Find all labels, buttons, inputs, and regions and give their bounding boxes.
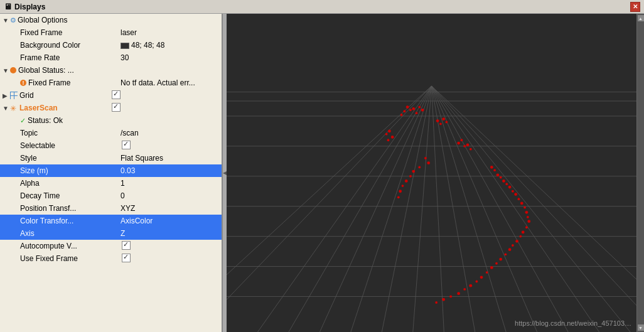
svg-point-84 xyxy=(418,166,421,168)
row-style[interactable]: Style Flat Squares xyxy=(0,152,222,164)
svg-point-62 xyxy=(527,220,530,223)
svg-point-67 xyxy=(512,244,514,247)
selectable-checkbox[interactable] xyxy=(122,141,131,149)
row-global-options[interactable]: ⚙ Global Options xyxy=(0,14,222,26)
row-fixed-frame-status[interactable]: ! Fixed Frame No tf data. Actual err... xyxy=(0,77,222,89)
svg-point-31 xyxy=(416,112,418,114)
svg-point-28 xyxy=(409,109,412,111)
svg-point-86 xyxy=(409,175,412,178)
svg-point-76 xyxy=(469,284,472,287)
viewport-scrollbar[interactable]: ▲ ▼ xyxy=(636,14,644,332)
row-status-ok[interactable]: ✓ Status: Ok xyxy=(0,114,222,127)
svg-point-30 xyxy=(403,110,405,112)
grid-label: Grid xyxy=(19,91,34,100)
row-grid[interactable]: Grid xyxy=(0,89,222,102)
alpha-value: 1 xyxy=(118,179,220,188)
expand-global-status[interactable] xyxy=(3,67,10,74)
scroll-up-arrow[interactable]: ▲ xyxy=(638,15,644,21)
axis-value: Z xyxy=(118,229,220,238)
grid-icon xyxy=(10,92,18,99)
use-fixed-frame-value xyxy=(118,254,220,264)
svg-point-80 xyxy=(442,298,445,301)
svg-point-45 xyxy=(463,145,466,147)
svg-point-71 xyxy=(495,262,498,265)
row-background-color[interactable]: Background Color 48; 48; 48 xyxy=(0,39,222,51)
svg-point-34 xyxy=(400,114,403,116)
svg-point-35 xyxy=(436,119,439,122)
svg-point-46 xyxy=(466,144,470,147)
svg-point-36 xyxy=(439,122,442,125)
svg-point-78 xyxy=(457,292,460,295)
axis-label: Axis xyxy=(20,229,35,238)
style-value: Flat Squares xyxy=(118,154,220,163)
svg-point-85 xyxy=(412,170,415,173)
svg-point-40 xyxy=(385,133,388,136)
title-bar: 🖥 Displays ✕ xyxy=(0,0,644,14)
close-button[interactable]: ✕ xyxy=(630,2,640,12)
row-color-transfor[interactable]: Color Transfor... AxisColor xyxy=(0,215,222,227)
expand-grid[interactable] xyxy=(3,92,10,99)
frame-rate-value: 30 xyxy=(118,53,220,62)
use-fixed-frame-checkbox[interactable] xyxy=(122,254,131,262)
topic-value: /scan xyxy=(118,129,220,137)
svg-point-48 xyxy=(490,166,493,169)
3d-viewport[interactable]: https://blog.csdn.net/weixin_457103… xyxy=(227,14,636,332)
svg-point-44 xyxy=(457,142,460,145)
size-label: Size (m) xyxy=(20,166,48,175)
svg-point-39 xyxy=(388,129,391,132)
svg-point-77 xyxy=(463,288,466,291)
svg-point-72 xyxy=(490,266,493,269)
svg-point-74 xyxy=(480,276,483,279)
displays-icon: 🖥 xyxy=(4,2,12,11)
fixed-frame-status-value: No tf data. Actual err... xyxy=(118,78,220,87)
grid-checkbox[interactable] xyxy=(112,90,121,99)
row-global-status[interactable]: Global Status: ... xyxy=(0,64,222,77)
svg-point-29 xyxy=(412,107,415,110)
expand-global-options[interactable] xyxy=(3,17,10,24)
svg-point-52 xyxy=(502,179,505,183)
svg-point-51 xyxy=(500,176,502,179)
laserscan-checkbox[interactable] xyxy=(112,103,121,112)
window-title: Displays xyxy=(14,3,45,11)
row-fixed-frame[interactable]: Fixed Frame laser xyxy=(0,26,222,39)
row-axis[interactable]: Axis Z xyxy=(0,227,222,240)
row-laserscan[interactable]: ✳ LaserScan xyxy=(0,102,222,114)
row-topic[interactable]: Topic /scan xyxy=(0,127,222,139)
row-autocompute-v[interactable]: Autocompute V... xyxy=(0,240,222,252)
fixed-frame-label: Fixed Frame xyxy=(20,28,62,37)
svg-point-70 xyxy=(499,258,502,261)
row-selectable[interactable]: Selectable xyxy=(0,139,222,152)
main-layout: ⚙ Global Options Fixed Frame laser Backg… xyxy=(0,14,644,332)
row-frame-rate[interactable]: Frame Rate 30 xyxy=(0,51,222,64)
svg-point-88 xyxy=(402,185,404,187)
svg-point-27 xyxy=(406,105,409,109)
style-label: Style xyxy=(20,154,37,163)
svg-point-59 xyxy=(523,206,526,209)
svg-point-47 xyxy=(470,148,472,151)
row-size-m[interactable]: Size (m) 0.03 xyxy=(0,164,222,177)
row-alpha[interactable]: Alpha 1 xyxy=(0,177,222,190)
laser-scan-dots xyxy=(227,14,636,332)
displays-panel[interactable]: ⚙ Global Options Fixed Frame laser Backg… xyxy=(0,14,223,332)
svg-point-55 xyxy=(512,190,514,193)
scroll-down-arrow[interactable]: ▼ xyxy=(638,324,644,331)
svg-point-58 xyxy=(520,202,523,205)
decay-time-label: Decay Time xyxy=(20,191,60,200)
svg-point-42 xyxy=(387,139,390,141)
svg-point-33 xyxy=(421,109,424,112)
row-use-fixed-frame[interactable]: Use Fixed Frame xyxy=(0,252,222,265)
row-decay-time[interactable]: Decay Time 0 xyxy=(0,190,222,202)
svg-point-65 xyxy=(519,235,522,238)
row-position-transf[interactable]: Position Transf... XYZ xyxy=(0,202,222,215)
use-fixed-frame-label: Use Fixed Frame xyxy=(20,254,78,263)
orange-circle-icon xyxy=(10,67,16,73)
selectable-label: Selectable xyxy=(20,141,55,150)
laserscan-value xyxy=(108,103,220,114)
color-swatch-icon[interactable] xyxy=(121,43,129,49)
autocompute-v-checkbox[interactable] xyxy=(122,241,131,250)
orange-excl-icon: ! xyxy=(20,80,26,86)
svg-point-54 xyxy=(508,186,512,189)
background-color-value: 48; 48; 48 xyxy=(118,41,220,50)
expand-laserscan[interactable] xyxy=(3,105,10,112)
svg-point-38 xyxy=(446,121,448,124)
